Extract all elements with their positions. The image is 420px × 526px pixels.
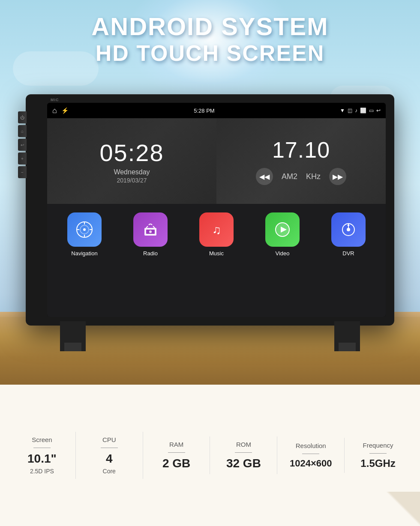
title-line1: ANDROID SYSTEM (0, 13, 420, 40)
music-label: Music (209, 250, 224, 257)
radio-prev-button[interactable]: ◀◀ (256, 168, 273, 185)
status-left: ⌂ ⚡ (52, 106, 69, 115)
spec-cpu-value: 4 (106, 452, 113, 466)
power-button[interactable]: ⏻ (18, 111, 27, 123)
status-bar: ⌂ ⚡ 5:28 PM ▼ ◫ ♪ ⬜ ▭ ↩ (47, 103, 386, 118)
android-screen: ⌂ ⚡ 5:28 PM ▼ ◫ ♪ ⬜ ▭ ↩ 05:28 Wedne (47, 103, 386, 317)
spec-screen-sub: 2.5D IPS (30, 468, 54, 475)
spec-rom-divider (235, 452, 252, 453)
status-right: ▼ ◫ ♪ ⬜ ▭ ↩ (340, 108, 381, 114)
video-icon (265, 212, 300, 247)
radio-next-button[interactable]: ▶▶ (329, 168, 346, 185)
spec-cpu-sub: Core (103, 468, 116, 475)
volume-status-icon: ♪ (355, 108, 357, 114)
spec-cpu-label: CPU (102, 436, 116, 443)
radio-icon (133, 212, 168, 247)
volume-up-button[interactable]: + (18, 152, 27, 164)
svg-point-16 (347, 228, 350, 231)
dvr-icon (331, 212, 366, 247)
screen-status-icon: ⬜ (360, 108, 366, 114)
bracket-left-foot (64, 343, 81, 351)
radio-app-label: Radio (143, 250, 158, 257)
spec-ram-label: RAM (169, 441, 183, 448)
spec-ram: RAM 2 GB (143, 436, 210, 475)
navigation-icon (67, 212, 102, 247)
app-music[interactable]: ♫ Music (199, 212, 234, 257)
dvr-label: DVR (342, 250, 354, 257)
radio-band: AM2 (282, 172, 297, 181)
spec-cpu: CPU 4 Core (76, 432, 143, 479)
spec-screen-label: Screen (32, 436, 52, 443)
spec-resolution-label: Resolution (296, 442, 326, 449)
clock-date: 2019/03/27 (117, 177, 147, 184)
app-dvr[interactable]: DVR (331, 212, 366, 257)
app-navigation[interactable]: Navigation (67, 212, 102, 257)
bracket-right (334, 321, 360, 351)
svg-point-1 (83, 228, 86, 231)
home-button[interactable]: ⌂ (18, 125, 27, 137)
svg-point-9 (149, 230, 152, 233)
spec-rom: ROM 32 GB (210, 436, 277, 475)
mic-label: MIC (51, 98, 59, 102)
spec-rom-label: ROM (236, 441, 251, 448)
spec-screen-divider (33, 448, 51, 448)
specs-paper: Screen 10.1" 2.5D IPS CPU 4 Core RAM 2 G… (0, 385, 420, 526)
screen-bezel: ⌂ ⚡ 5:28 PM ▼ ◫ ♪ ⬜ ▭ ↩ 05:28 Wedne (47, 103, 386, 317)
specs-section: Screen 10.1" 2.5D IPS CPU 4 Core RAM 2 G… (0, 385, 420, 526)
app-video[interactable]: Video (265, 212, 300, 257)
volume-down-button[interactable]: − (18, 166, 27, 178)
camera-status-icon: ◫ (348, 108, 352, 114)
radio-controls: ◀◀ AM2 KHz ▶▶ (256, 168, 346, 185)
radio-unit: KHz (306, 172, 321, 181)
music-icon: ♫ (199, 212, 234, 247)
spec-resolution-divider (302, 454, 319, 454)
clock-day: Wednesday (114, 168, 150, 176)
svg-line-11 (153, 226, 155, 228)
home-nav-icon[interactable]: ⌂ (52, 106, 57, 115)
title-line2: HD TOUCH SCREEN (0, 40, 420, 66)
window-status-icon: ▭ (369, 108, 374, 114)
svg-text:♫: ♫ (212, 223, 221, 236)
spec-cpu-divider (101, 448, 118, 448)
spec-screen: Screen 10.1" 2.5D IPS (9, 432, 76, 479)
usb-icon: ⚡ (61, 107, 69, 114)
spec-ram-value: 2 GB (162, 457, 190, 470)
clock-time: 05:28 (99, 139, 164, 167)
volume-down-icon: − (21, 170, 24, 175)
navigation-label: Navigation (71, 250, 97, 257)
app-radio[interactable]: Radio (133, 212, 168, 257)
specs-grid: Screen 10.1" 2.5D IPS CPU 4 Core RAM 2 G… (0, 385, 420, 526)
spec-ram-divider (168, 452, 185, 453)
spec-screen-value: 10.1" (27, 452, 57, 466)
clock-widget: 05:28 Wednesday 2019/03/27 (47, 118, 216, 204)
wifi-status-icon: ▼ (340, 108, 345, 114)
spec-frequency-divider (369, 453, 387, 454)
spec-frequency-label: Frequency (363, 442, 393, 449)
status-time: 5:28 PM (194, 108, 214, 114)
bracket-left (60, 321, 86, 351)
back-button[interactable]: ↩ (18, 139, 27, 151)
title-section: ANDROID SYSTEM HD TOUCH SCREEN (0, 13, 420, 66)
spec-frequency: Frequency 1.5GHz (345, 437, 411, 473)
radio-frequency: 17.10 (272, 137, 330, 163)
app-grid: Navigation Radio (47, 204, 386, 261)
radio-widget: 17.10 ◀◀ AM2 KHz ▶▶ (216, 118, 386, 204)
side-buttons: ⏻ ⌂ ↩ + − (18, 111, 27, 178)
volume-up-icon: + (21, 156, 24, 161)
power-icon: ⏻ (20, 115, 24, 120)
car-radio-unit: MIC RST ⏻ ⌂ ↩ + − ⌂ ⚡ 5:28 PM (26, 94, 394, 326)
media-area: 05:28 Wednesday 2019/03/27 17.10 ◀◀ AM2 … (47, 118, 386, 204)
home-icon: ⌂ (21, 129, 24, 134)
svg-line-10 (146, 226, 148, 228)
back-status-icon[interactable]: ↩ (376, 108, 381, 114)
spec-frequency-value: 1.5GHz (360, 458, 395, 469)
back-icon: ↩ (21, 143, 24, 147)
bracket-right-foot (339, 343, 356, 351)
spec-rom-value: 32 GB (226, 457, 261, 470)
video-label: Video (275, 250, 289, 257)
spec-resolution: Resolution 1024×600 (277, 438, 345, 473)
spec-resolution-value: 1024×600 (290, 458, 332, 469)
